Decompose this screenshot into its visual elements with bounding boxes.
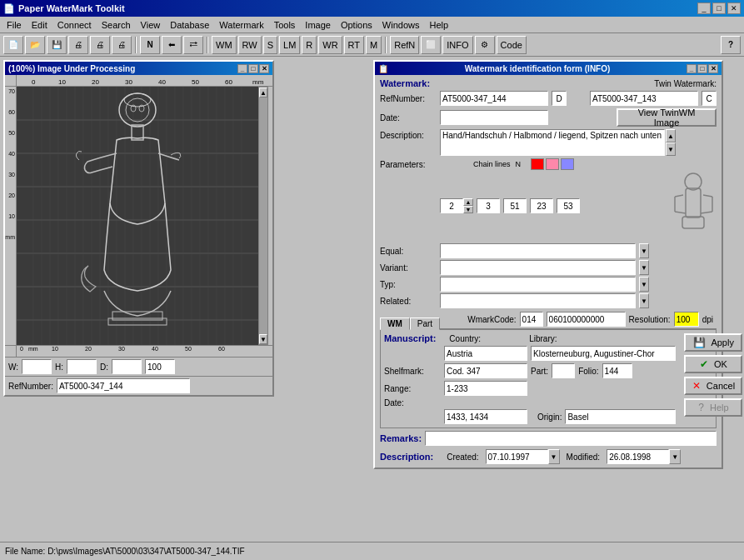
part-input[interactable]	[552, 363, 575, 378]
img-close[interactable]: ✕	[259, 64, 269, 73]
wm-ref-suffix[interactable]	[552, 91, 567, 106]
origin-input[interactable]	[565, 409, 676, 424]
wm-close[interactable]: ✕	[708, 64, 718, 73]
maximize-button[interactable]: □	[712, 2, 726, 14]
shelfmark-input[interactable]	[444, 363, 527, 378]
toolbar-lm[interactable]: LM	[279, 36, 300, 54]
menu-file[interactable]: File	[2, 18, 27, 32]
menu-watermark[interactable]: Watermark	[214, 18, 268, 32]
toolbar-print3[interactable]: 🖨	[112, 36, 132, 54]
toolbar-n[interactable]: N	[140, 36, 160, 54]
wm-minimize[interactable]: _	[687, 64, 697, 73]
related-input[interactable]	[440, 293, 636, 308]
resolution-input[interactable]	[674, 312, 699, 327]
toolbar-refn[interactable]: RefN	[390, 36, 419, 54]
cancel-button[interactable]: ✕ Cancel	[684, 377, 742, 395]
toolbar-new[interactable]: 📄	[3, 36, 23, 54]
typ-input[interactable]	[440, 277, 636, 292]
ref-input[interactable]	[57, 378, 190, 393]
remarks-input[interactable]	[425, 431, 717, 446]
toolbar-fwd[interactable]: ⮂	[183, 36, 203, 54]
menu-connect[interactable]: Connect	[52, 18, 97, 32]
ruler-top: 0 10 20 30 40 50 60 mm	[17, 75, 272, 87]
toolbar-code[interactable]: Code	[497, 36, 527, 54]
param2-input[interactable]	[477, 198, 500, 213]
created-dropdown[interactable]: ▼	[548, 449, 560, 464]
toolbar-r[interactable]: R	[302, 36, 317, 54]
toolbar-gear[interactable]: ⚙	[475, 36, 495, 54]
toolbar-info[interactable]: INFO	[442, 36, 472, 54]
spin-up[interactable]: ▲	[463, 198, 473, 206]
menu-image[interactable]: Image	[300, 18, 336, 32]
toolbar-s[interactable]: S	[263, 36, 277, 54]
equal-input[interactable]	[440, 243, 636, 258]
depth-input[interactable]	[112, 359, 142, 374]
wm-ref-input[interactable]	[440, 91, 548, 106]
toolbar-wm[interactable]: WM	[212, 36, 237, 54]
menu-view[interactable]: View	[136, 18, 166, 32]
menu-help[interactable]: Help	[424, 18, 453, 32]
menu-database[interactable]: Database	[165, 18, 214, 32]
toolbar-info-icon[interactable]: ⬜	[421, 36, 441, 54]
wm-maximize[interactable]: □	[697, 64, 707, 73]
created-input[interactable]	[486, 449, 548, 464]
image-scrollbar-v[interactable]: ▲ ▼	[258, 87, 268, 345]
param-a-input[interactable]	[503, 198, 527, 213]
equal-scroll[interactable]: ▼	[639, 243, 649, 258]
related-scroll[interactable]: ▼	[639, 293, 649, 308]
menu-tools[interactable]: Tools	[269, 18, 301, 32]
menu-options[interactable]: Options	[336, 18, 377, 32]
twin-ref-input[interactable]	[590, 91, 698, 106]
date-input[interactable]	[440, 110, 548, 125]
param-w-input[interactable]	[530, 198, 553, 213]
view-twin-btn[interactable]: View TwinWM Image	[617, 108, 717, 127]
menu-edit[interactable]: Edit	[27, 18, 52, 32]
typ-scroll[interactable]: ▼	[639, 277, 649, 292]
param-h-input[interactable]	[557, 198, 580, 213]
toolbar-open[interactable]: 📂	[25, 36, 45, 54]
modified-dropdown[interactable]: ▼	[669, 449, 681, 464]
width-input[interactable]	[22, 359, 52, 374]
toolbar-m[interactable]: M	[366, 36, 382, 54]
menu-windows[interactable]: Windows	[377, 18, 425, 32]
variant-scroll[interactable]: ▼	[639, 260, 649, 275]
help-button[interactable]: ? Help	[684, 398, 742, 417]
toolbar-rw[interactable]: RW	[238, 36, 262, 54]
country-input[interactable]	[444, 346, 527, 361]
library-input[interactable]	[531, 346, 676, 361]
menu-search[interactable]: Search	[97, 18, 136, 32]
depth-value[interactable]	[145, 359, 175, 374]
toolbar-save[interactable]: 💾	[47, 36, 67, 54]
height-input[interactable]	[67, 359, 97, 374]
toolbar-print2[interactable]: 🖨	[90, 36, 110, 54]
range-input[interactable]	[444, 381, 527, 396]
toolbar-help[interactable]: ?	[721, 36, 741, 54]
param1-spin[interactable]: ▲ ▼	[463, 198, 473, 213]
modified-input[interactable]	[607, 449, 669, 464]
scroll-down[interactable]: ▼	[259, 334, 267, 344]
tab-wm[interactable]: WM	[380, 318, 410, 330]
variant-input[interactable]	[440, 260, 636, 275]
ok-button[interactable]: ✔ OK	[684, 355, 742, 373]
img-maximize[interactable]: □	[248, 64, 258, 73]
ms-date-input[interactable]	[444, 409, 527, 424]
toolbar-wr[interactable]: WR	[318, 36, 342, 54]
spin-down[interactable]: ▼	[463, 206, 473, 213]
toolbar-print1[interactable]: 🖨	[68, 36, 88, 54]
wmarkcode-val-input[interactable]	[547, 312, 626, 327]
folio-input[interactable]	[602, 363, 632, 378]
toolbar-rt[interactable]: RT	[344, 36, 364, 54]
scroll-up[interactable]: ▲	[259, 88, 267, 98]
wmarkcode-input[interactable]	[520, 312, 543, 327]
toolbar-back[interactable]: ⬅	[162, 36, 182, 54]
desc-scroll-down[interactable]: ▼	[666, 142, 676, 156]
apply-button[interactable]: 💾 Apply	[684, 333, 742, 352]
tab-part[interactable]: Part	[410, 318, 440, 330]
param1-input[interactable]	[440, 198, 463, 213]
twin-suffix[interactable]	[702, 91, 717, 106]
minimize-button[interactable]: _	[697, 2, 711, 14]
img-minimize[interactable]: _	[237, 64, 247, 73]
close-button[interactable]: ✕	[727, 2, 741, 14]
desc-scroll-up[interactable]: ▲	[666, 129, 676, 142]
description-textarea[interactable]: Hand/Handschuh / Halbmond / liegend, Spi…	[440, 129, 665, 156]
